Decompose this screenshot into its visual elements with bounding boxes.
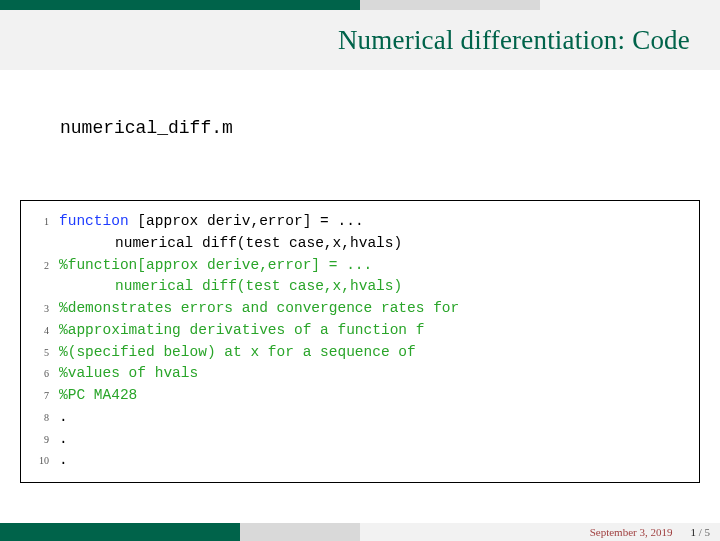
code-line: numerical diff(test case,x,hvals)	[29, 276, 687, 298]
code-text: function [approx deriv,error] = ...	[59, 211, 364, 233]
code-text: %(specified below) at x for a sequence o…	[59, 342, 416, 364]
code-line: 4 %approximating derivatives of a functi…	[29, 320, 687, 342]
code-line: 3 %demonstrates errors and convergence r…	[29, 298, 687, 320]
code-line: 7 %PC MA428	[29, 385, 687, 407]
code-line: 9 .	[29, 429, 687, 451]
top-decoration-bar	[0, 0, 720, 10]
footer-date: September 3, 2019	[590, 526, 673, 538]
footer-segment-c	[360, 523, 480, 541]
line-number: 4	[29, 323, 49, 338]
footer-segment-d: September 3, 2019 1 / 5	[480, 523, 720, 541]
code-text: numerical diff(test case,x,hvals)	[59, 233, 402, 255]
code-line: 6 %values of hvals	[29, 363, 687, 385]
line-number: 9	[29, 432, 49, 447]
code-line: 5 %(specified below) at x for a sequence…	[29, 342, 687, 364]
code-text: %demonstrates errors and convergence rat…	[59, 298, 459, 320]
code-text: .	[59, 407, 68, 429]
line-number: 2	[29, 258, 49, 273]
topbar-segment-left	[0, 0, 360, 10]
code-text: .	[59, 429, 68, 451]
line-number: 8	[29, 410, 49, 425]
code-line: 2 %function[approx derive,error] = ...	[29, 255, 687, 277]
footer-segment-a	[0, 523, 240, 541]
code-line: 10 .	[29, 450, 687, 472]
code-text: %approximating derivatives of a function…	[59, 320, 424, 342]
code-text: %PC MA428	[59, 385, 137, 407]
line-number: 1	[29, 214, 49, 229]
topbar-segment-mid	[360, 0, 540, 10]
footer-bar: September 3, 2019 1 / 5	[0, 523, 720, 541]
topbar-segment-right	[540, 0, 720, 10]
code-text: %function[approx derive,error] = ...	[59, 255, 372, 277]
code-text: %values of hvals	[59, 363, 198, 385]
code-line: 1 function [approx deriv,error] = ...	[29, 211, 687, 233]
code-line: 8 .	[29, 407, 687, 429]
line-number: 6	[29, 366, 49, 381]
footer-page: 1 / 5	[690, 526, 710, 538]
line-number: 5	[29, 345, 49, 360]
footer-segment-b	[240, 523, 360, 541]
line-number: 7	[29, 388, 49, 403]
code-listing: 1 function [approx deriv,error] = ... nu…	[20, 200, 700, 483]
code-text: numerical diff(test case,x,hvals)	[59, 276, 402, 298]
line-number: 10	[29, 453, 49, 468]
code-text: .	[59, 450, 68, 472]
code-line: numerical diff(test case,x,hvals)	[29, 233, 687, 255]
source-filename: numerical_diff.m	[60, 118, 720, 138]
line-number: 3	[29, 301, 49, 316]
slide-title: Numerical differentiation: Code	[338, 25, 690, 56]
slide-title-band: Numerical differentiation: Code	[0, 10, 720, 70]
